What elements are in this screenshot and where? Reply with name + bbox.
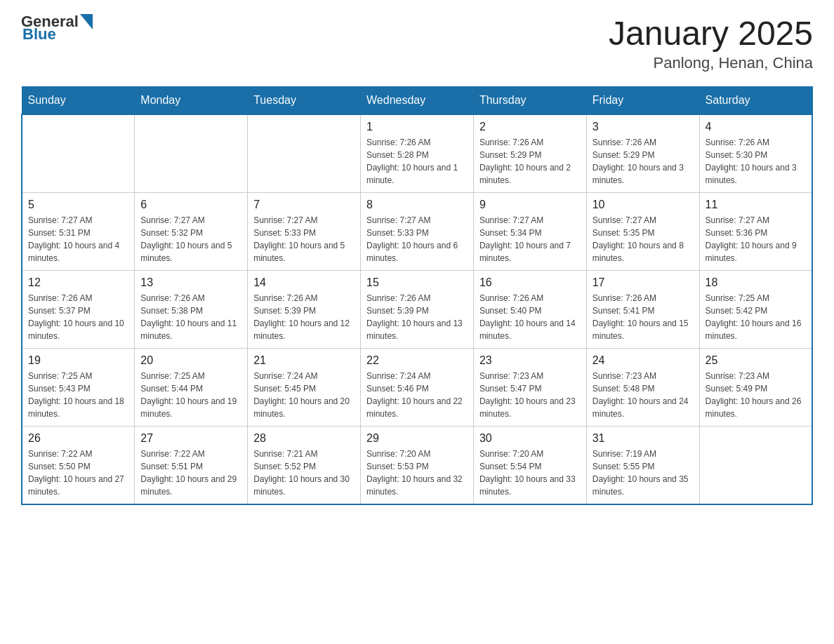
calendar-cell: 19Sunrise: 7:25 AMSunset: 5:43 PMDayligh… [22, 349, 135, 427]
day-number: 2 [479, 121, 581, 133]
calendar-cell: 11Sunrise: 7:27 AMSunset: 5:36 PMDayligh… [699, 193, 812, 271]
day-info: Sunrise: 7:23 AMSunset: 5:49 PMDaylight:… [706, 370, 806, 420]
day-number: 7 [253, 199, 355, 211]
day-info: Sunrise: 7:27 AMSunset: 5:34 PMDaylight:… [479, 214, 581, 264]
day-number: 16 [479, 276, 581, 289]
calendar-cell: 24Sunrise: 7:23 AMSunset: 5:48 PMDayligh… [586, 349, 699, 427]
calendar-cell: 26Sunrise: 7:22 AMSunset: 5:50 PMDayligh… [22, 427, 135, 505]
svg-marker-0 [80, 14, 93, 29]
calendar-cell: 1Sunrise: 7:26 AMSunset: 5:28 PMDaylight… [361, 114, 474, 193]
day-number: 6 [140, 199, 241, 211]
calendar-title: January 2025 [609, 14, 813, 53]
calendar-cell [248, 114, 361, 193]
title-section: January 2025 Panlong, Henan, China [609, 14, 813, 72]
day-number: 9 [479, 199, 581, 211]
day-number: 21 [253, 354, 355, 367]
day-info: Sunrise: 7:26 AMSunset: 5:39 PMDaylight:… [253, 292, 355, 342]
calendar-header: SundayMondayTuesdayWednesdayThursdayFrid… [22, 87, 812, 115]
day-number: 4 [706, 121, 806, 133]
day-info: Sunrise: 7:21 AMSunset: 5:52 PMDaylight:… [253, 448, 355, 498]
calendar-table: SundayMondayTuesdayWednesdayThursdayFrid… [21, 86, 813, 505]
day-number: 13 [140, 276, 241, 289]
header-thursday: Thursday [473, 87, 586, 115]
calendar-cell: 8Sunrise: 7:27 AMSunset: 5:33 PMDaylight… [361, 193, 474, 271]
day-info: Sunrise: 7:26 AMSunset: 5:38 PMDaylight:… [140, 292, 241, 342]
calendar-cell: 22Sunrise: 7:24 AMSunset: 5:46 PMDayligh… [361, 349, 474, 427]
logo-triangle-icon [80, 14, 93, 29]
day-info: Sunrise: 7:22 AMSunset: 5:50 PMDaylight:… [28, 448, 128, 498]
calendar-cell [699, 427, 812, 505]
day-number: 23 [479, 354, 581, 367]
day-info: Sunrise: 7:26 AMSunset: 5:29 PMDaylight:… [479, 136, 581, 187]
calendar-cell: 10Sunrise: 7:27 AMSunset: 5:35 PMDayligh… [586, 193, 699, 271]
calendar-cell: 4Sunrise: 7:26 AMSunset: 5:30 PMDaylight… [699, 114, 812, 193]
day-number: 19 [28, 354, 128, 367]
day-info: Sunrise: 7:26 AMSunset: 5:28 PMDaylight:… [366, 136, 468, 187]
calendar-cell: 28Sunrise: 7:21 AMSunset: 5:52 PMDayligh… [248, 427, 361, 505]
day-number: 24 [593, 354, 694, 367]
day-info: Sunrise: 7:26 AMSunset: 5:30 PMDaylight:… [706, 136, 806, 187]
day-info: Sunrise: 7:23 AMSunset: 5:48 PMDaylight:… [593, 370, 694, 420]
day-number: 11 [706, 199, 806, 211]
header-saturday: Saturday [699, 87, 812, 115]
day-info: Sunrise: 7:20 AMSunset: 5:53 PMDaylight:… [366, 448, 468, 498]
day-number: 20 [140, 354, 241, 367]
day-info: Sunrise: 7:23 AMSunset: 5:47 PMDaylight:… [479, 370, 581, 420]
calendar-cell: 20Sunrise: 7:25 AMSunset: 5:44 PMDayligh… [135, 349, 248, 427]
calendar-cell: 29Sunrise: 7:20 AMSunset: 5:53 PMDayligh… [361, 427, 474, 505]
calendar-cell: 17Sunrise: 7:26 AMSunset: 5:41 PMDayligh… [586, 271, 699, 349]
calendar-cell: 2Sunrise: 7:26 AMSunset: 5:29 PMDaylight… [473, 114, 586, 193]
day-number: 26 [28, 432, 128, 445]
header-friday: Friday [586, 87, 699, 115]
header-monday: Monday [135, 87, 248, 115]
day-info: Sunrise: 7:25 AMSunset: 5:44 PMDaylight:… [140, 370, 241, 420]
day-number: 18 [706, 276, 806, 289]
day-info: Sunrise: 7:27 AMSunset: 5:33 PMDaylight:… [366, 214, 468, 264]
calendar-cell: 23Sunrise: 7:23 AMSunset: 5:47 PMDayligh… [473, 349, 586, 427]
day-number: 28 [253, 432, 355, 445]
day-info: Sunrise: 7:27 AMSunset: 5:33 PMDaylight:… [253, 214, 355, 264]
calendar-cell: 16Sunrise: 7:26 AMSunset: 5:40 PMDayligh… [473, 271, 586, 349]
day-info: Sunrise: 7:26 AMSunset: 5:29 PMDaylight:… [593, 136, 694, 187]
day-info: Sunrise: 7:26 AMSunset: 5:40 PMDaylight:… [479, 292, 581, 342]
day-info: Sunrise: 7:26 AMSunset: 5:37 PMDaylight:… [28, 292, 128, 342]
header-sunday: Sunday [22, 87, 135, 115]
day-number: 3 [593, 121, 694, 133]
header-tuesday: Tuesday [248, 87, 361, 115]
day-number: 25 [706, 354, 806, 367]
week-row-3: 12Sunrise: 7:26 AMSunset: 5:37 PMDayligh… [22, 271, 812, 349]
day-info: Sunrise: 7:19 AMSunset: 5:55 PMDaylight:… [593, 448, 694, 498]
calendar-cell: 3Sunrise: 7:26 AMSunset: 5:29 PMDaylight… [586, 114, 699, 193]
day-number: 1 [366, 121, 468, 133]
calendar-cell [135, 114, 248, 193]
page-header: General Blue January 2025 Panlong, Henan… [21, 14, 813, 72]
calendar-cell: 5Sunrise: 7:27 AMSunset: 5:31 PMDaylight… [22, 193, 135, 271]
header-row: SundayMondayTuesdayWednesdayThursdayFrid… [22, 87, 812, 115]
week-row-5: 26Sunrise: 7:22 AMSunset: 5:50 PMDayligh… [22, 427, 812, 505]
day-number: 30 [479, 432, 581, 445]
calendar-cell: 6Sunrise: 7:27 AMSunset: 5:32 PMDaylight… [135, 193, 248, 271]
logo: General Blue [21, 14, 93, 42]
day-info: Sunrise: 7:25 AMSunset: 5:43 PMDaylight:… [28, 370, 128, 420]
calendar-cell: 12Sunrise: 7:26 AMSunset: 5:37 PMDayligh… [22, 271, 135, 349]
calendar-cell: 14Sunrise: 7:26 AMSunset: 5:39 PMDayligh… [248, 271, 361, 349]
day-number: 15 [366, 276, 468, 289]
day-info: Sunrise: 7:26 AMSunset: 5:39 PMDaylight:… [366, 292, 468, 342]
calendar-cell: 31Sunrise: 7:19 AMSunset: 5:55 PMDayligh… [586, 427, 699, 505]
day-number: 22 [366, 354, 468, 367]
day-number: 8 [366, 199, 468, 211]
day-number: 10 [593, 199, 694, 211]
week-row-1: 1Sunrise: 7:26 AMSunset: 5:28 PMDaylight… [22, 114, 812, 193]
day-number: 14 [253, 276, 355, 289]
day-number: 12 [28, 276, 128, 289]
day-info: Sunrise: 7:27 AMSunset: 5:35 PMDaylight:… [593, 214, 694, 264]
day-number: 17 [593, 276, 694, 289]
day-info: Sunrise: 7:27 AMSunset: 5:36 PMDaylight:… [706, 214, 806, 264]
day-info: Sunrise: 7:22 AMSunset: 5:51 PMDaylight:… [140, 448, 241, 498]
day-number: 5 [28, 199, 128, 211]
week-row-4: 19Sunrise: 7:25 AMSunset: 5:43 PMDayligh… [22, 349, 812, 427]
day-number: 27 [140, 432, 241, 445]
calendar-cell [22, 114, 135, 193]
day-info: Sunrise: 7:24 AMSunset: 5:45 PMDaylight:… [253, 370, 355, 420]
calendar-cell: 15Sunrise: 7:26 AMSunset: 5:39 PMDayligh… [361, 271, 474, 349]
